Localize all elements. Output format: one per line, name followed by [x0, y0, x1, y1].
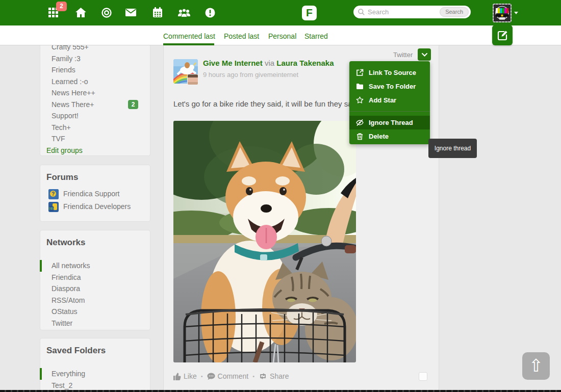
forum-item[interactable]: DEV Friendica Developers	[40, 200, 150, 213]
network-label: OStatus	[52, 307, 78, 316]
group-label: News There+	[52, 100, 94, 109]
networks-title: Networks	[40, 230, 150, 253]
calendar-icon[interactable]	[152, 7, 164, 18]
user-avatar[interactable]	[493, 4, 512, 22]
home-icon[interactable]	[75, 8, 87, 19]
share-label: Share	[270, 372, 289, 380]
group-label: Tech+	[52, 123, 71, 132]
groups-panel: Crafty 555+ Family :3 Friends Learned :-…	[40, 36, 150, 156]
like-button[interactable]: Like	[173, 372, 197, 380]
comment-label: Comment	[218, 372, 249, 380]
network-filter-twitter[interactable]: Twitter	[40, 318, 150, 329]
saved-folders-panel: Saved Folders Everything Test_2	[40, 338, 150, 392]
menu-item-label: Save To Folder	[369, 83, 416, 90]
user-menu-caret-icon[interactable]	[514, 12, 518, 14]
network-label: All networks	[52, 262, 90, 270]
search-icon	[358, 9, 365, 15]
folder-item-test2[interactable]: Test_2	[40, 380, 150, 391]
forum-label: Friendica Developers	[63, 200, 131, 213]
network-filter-diaspora[interactable]: Diaspora	[40, 283, 150, 295]
group-item[interactable]: News There+ 2	[40, 99, 150, 111]
group-item[interactable]: Tech+	[40, 122, 150, 134]
retweet-share-icon	[259, 373, 267, 380]
tab-posted-last[interactable]: Posted last	[224, 32, 259, 40]
contacts-icon[interactable]	[178, 8, 189, 19]
thread-actions-dropdown-button[interactable]	[418, 48, 431, 61]
forum-avatar: ?	[48, 189, 59, 199]
tab-personal[interactable]: Personal	[268, 32, 296, 40]
active-indicator	[40, 260, 42, 272]
tab-starred[interactable]: Starred	[304, 32, 328, 40]
menu-item-add-star[interactable]: Add Star	[349, 93, 430, 107]
post-timestamp: 9 hours ago from givemeinternet	[203, 71, 298, 79]
thumbs-up-icon	[173, 373, 181, 380]
up-arrow-icon: ⇧	[529, 355, 544, 376]
svg-text:DEV: DEV	[49, 207, 55, 210]
search-input[interactable]	[368, 8, 440, 16]
network-filter-rss[interactable]: RSS/Atom	[40, 295, 150, 306]
via-label: via	[265, 59, 274, 67]
post-select-checkbox[interactable]	[419, 372, 427, 381]
post-author-name[interactable]: Give Me Internet	[203, 59, 263, 67]
ignore-thread-tooltip: Ignore thread	[428, 139, 477, 158]
post-photo[interactable]	[173, 121, 356, 362]
menu-item-delete[interactable]: Delete	[349, 129, 430, 143]
network-label: RSS/Atom	[52, 296, 85, 304]
like-label: Like	[184, 372, 197, 380]
notifications-alert-icon[interactable]	[205, 8, 216, 19]
menu-separator	[349, 111, 430, 112]
forums-panel: Forums ? Friendica Support DEV Friendica…	[40, 165, 150, 222]
notification-badge: 2	[56, 2, 67, 11]
forum-item[interactable]: ? Friendica Support	[40, 188, 150, 200]
share-button[interactable]: Share	[259, 372, 289, 380]
group-item[interactable]: Family :3	[40, 53, 150, 65]
comment-button[interactable]: Comment	[207, 372, 249, 380]
edit-groups-link[interactable]: Edit groups	[40, 145, 150, 156]
group-label: News Here++	[52, 89, 95, 97]
feed-tab-bar: Commented last Posted last Personal Star…	[0, 25, 561, 45]
group-item[interactable]: News Here++	[40, 87, 150, 99]
network-filter-all[interactable]: All networks	[40, 260, 150, 272]
menu-item-label: Add Star	[369, 96, 396, 104]
folder-label: Everything	[52, 370, 85, 378]
menu-item-link-to-source[interactable]: Link To Source	[349, 66, 430, 80]
via-author-name[interactable]: Laura Takenaka	[276, 59, 334, 67]
menu-item-label: Link To Source	[369, 69, 416, 76]
group-item[interactable]: TVF	[40, 133, 150, 145]
post-action-bar: Like • Comment •	[173, 372, 289, 380]
group-item[interactable]: Learned :-o	[40, 76, 150, 88]
forum-avatar: DEV	[48, 202, 59, 212]
friendica-logo[interactable]: F	[302, 6, 317, 20]
svg-text:?: ?	[52, 191, 55, 197]
network-filter-friendica[interactable]: Friendica	[40, 272, 150, 283]
active-tab-underline	[163, 43, 214, 45]
search-submit-button[interactable]: Search	[440, 7, 469, 17]
forum-label: Friendica Support	[63, 188, 120, 200]
network-filter-ostatus[interactable]: OStatus	[40, 306, 150, 318]
search-bar: Search	[353, 6, 471, 18]
menu-item-save-to-folder[interactable]: Save To Folder	[349, 80, 430, 93]
messages-icon[interactable]	[125, 9, 137, 20]
post-title-line: Give Me Internet via Laura Takenaka	[203, 59, 334, 67]
eye-slash-icon	[356, 119, 364, 126]
group-item[interactable]: Support!	[40, 110, 150, 122]
group-label: Family :3	[52, 55, 81, 63]
menu-item-label: Ignore Thread	[369, 119, 413, 126]
action-separator: •	[201, 373, 203, 379]
scroll-to-top-button[interactable]: ⇧	[522, 352, 550, 380]
trash-icon	[356, 133, 364, 140]
group-unread-badge: 2	[128, 100, 138, 109]
network-label: Friendica	[52, 273, 81, 281]
circles-icon[interactable]	[101, 8, 113, 19]
folder-icon	[356, 83, 364, 90]
folder-label: Test_2	[52, 381, 72, 389]
compose-post-button[interactable]	[492, 25, 513, 45]
networks-panel: Networks All networks Friendica Diaspora…	[40, 230, 150, 330]
group-item[interactable]: Friends	[40, 64, 150, 76]
star-icon	[356, 96, 364, 104]
folder-item-everything[interactable]: Everything	[40, 368, 150, 380]
tab-commented-last[interactable]: Commented last	[163, 32, 215, 40]
group-label: TVF	[52, 135, 65, 143]
menu-item-ignore-thread[interactable]: Ignore Thread	[349, 116, 430, 129]
friendica-network-page: 2	[0, 0, 561, 392]
